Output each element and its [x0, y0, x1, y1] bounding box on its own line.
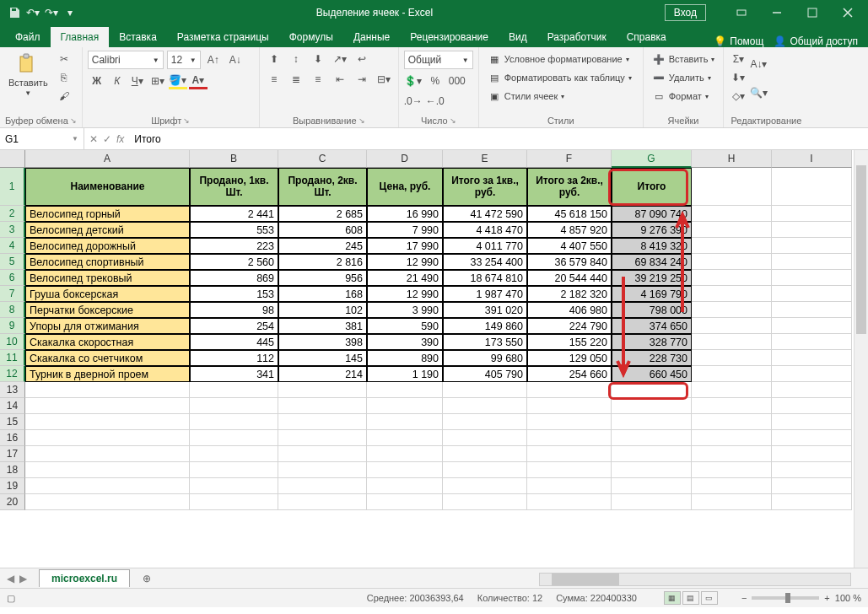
table-cell-data[interactable]: 890 — [367, 350, 443, 366]
number-format-select[interactable]: Общий▼ — [404, 51, 473, 69]
align-right-icon[interactable]: ≡ — [309, 71, 327, 88]
sheet-nav-next-icon[interactable]: ▶ — [19, 573, 27, 584]
table-cell-data[interactable]: 45 618 150 — [527, 206, 612, 222]
copy-icon[interactable]: ⎘ — [55, 69, 73, 86]
maximize-icon[interactable] — [795, 1, 829, 24]
tab-review[interactable]: Рецензирование — [400, 27, 499, 47]
comma-icon[interactable]: 000 — [448, 73, 466, 89]
table-header-cell[interactable]: Наименование — [25, 168, 190, 206]
table-cell-name[interactable]: Перчатки боксерские — [25, 302, 190, 318]
table-cell-data[interactable]: 112 — [190, 350, 278, 366]
table-cell-data[interactable]: 223 — [190, 238, 278, 254]
paste-button[interactable]: Вставить ▼ — [5, 51, 51, 99]
table-cell-data[interactable]: 341 — [190, 366, 278, 382]
increase-font-icon[interactable]: A↑ — [204, 51, 223, 68]
orientation-icon[interactable]: ↗▾ — [331, 51, 349, 67]
table-header-cell[interactable]: Цена, руб. — [367, 168, 443, 206]
wrap-text-icon[interactable]: ↩ — [353, 51, 371, 67]
row-header[interactable]: 13 — [0, 382, 25, 398]
font-size-select[interactable]: 12▼ — [167, 51, 201, 69]
align-middle-icon[interactable]: ↕ — [287, 51, 305, 67]
align-center-icon[interactable]: ≣ — [287, 71, 305, 88]
table-cell-data[interactable]: 16 990 — [367, 206, 443, 222]
table-cell-data[interactable]: 869 — [190, 270, 278, 286]
row-header[interactable]: 9 — [0, 318, 25, 334]
spreadsheet-grid[interactable]: ABCDEFGHI1НаименованиеПродано, 1кв. Шт.П… — [0, 150, 868, 568]
table-cell-data[interactable]: 4 857 920 — [527, 222, 612, 238]
fx-icon[interactable]: fx — [116, 133, 124, 145]
table-cell-data[interactable]: 2 685 — [278, 206, 367, 222]
table-cell-data[interactable]: 9 276 390 — [612, 222, 692, 238]
row-header[interactable]: 19 — [0, 478, 25, 494]
table-cell-data[interactable]: 254 — [190, 318, 278, 334]
formula-input[interactable]: Итого — [129, 133, 868, 145]
table-cell-data[interactable]: 87 090 740 — [612, 206, 692, 222]
normal-view-icon[interactable]: ▦ — [664, 591, 681, 605]
table-cell-data[interactable]: 18 674 810 — [443, 270, 527, 286]
row-header[interactable]: 2 — [0, 206, 25, 222]
font-name-select[interactable]: Calibri▼ — [88, 51, 164, 69]
table-cell-data[interactable]: 445 — [190, 334, 278, 350]
table-cell-data[interactable]: 8 419 320 — [612, 238, 692, 254]
ribbon-options-icon[interactable] — [725, 1, 758, 24]
table-cell-data[interactable]: 12 990 — [367, 286, 443, 302]
redo-icon[interactable]: ↷▾ — [44, 5, 59, 20]
row-header[interactable]: 15 — [0, 414, 25, 430]
table-cell-name[interactable]: Велосипед спортивный — [25, 254, 190, 270]
tell-me[interactable]: 💡Помощ — [714, 35, 763, 47]
font-color-icon[interactable]: А▾ — [189, 73, 208, 89]
cancel-formula-icon[interactable]: ✕ — [89, 133, 98, 145]
col-header[interactable]: B — [190, 150, 278, 168]
table-cell-data[interactable]: 1 190 — [367, 366, 443, 382]
col-header[interactable]: C — [278, 150, 367, 168]
table-cell-data[interactable]: 12 990 — [367, 254, 443, 270]
table-cell-data[interactable]: 173 550 — [443, 334, 527, 350]
table-cell-data[interactable]: 20 544 440 — [527, 270, 612, 286]
row-header[interactable]: 12 — [0, 366, 25, 382]
table-cell-data[interactable]: 245 — [278, 238, 367, 254]
table-cell-data[interactable]: 390 — [367, 334, 443, 350]
format-painter-icon[interactable]: 🖌 — [55, 88, 73, 105]
row-header[interactable]: 1 — [0, 168, 25, 206]
dec-decimal-icon[interactable]: ←.0 — [426, 93, 445, 110]
zoom-level[interactable]: 100 % — [835, 593, 861, 603]
col-header[interactable]: E — [443, 150, 527, 168]
zoom-slider[interactable] — [752, 596, 819, 600]
table-header-cell[interactable]: Итого — [612, 168, 692, 206]
tab-layout[interactable]: Разметка страницы — [167, 27, 279, 47]
page-layout-view-icon[interactable]: ▤ — [682, 591, 699, 605]
tab-insert[interactable]: Вставка — [109, 27, 167, 47]
clear-icon[interactable]: ◇▾ — [729, 88, 747, 105]
close-icon[interactable] — [831, 1, 865, 24]
table-cell-name[interactable]: Велосипед трековый — [25, 270, 190, 286]
dialog-launcher-icon[interactable]: ↘ — [183, 116, 190, 125]
row-header[interactable]: 11 — [0, 350, 25, 366]
tab-formulas[interactable]: Формулы — [279, 27, 343, 47]
row-header[interactable]: 3 — [0, 222, 25, 238]
row-header[interactable]: 10 — [0, 334, 25, 350]
table-cell-data[interactable]: 21 490 — [367, 270, 443, 286]
row-header[interactable]: 17 — [0, 446, 25, 462]
table-header-cell[interactable]: Итого за 2кв., руб. — [527, 168, 612, 206]
table-cell-name[interactable]: Груша боксерская — [25, 286, 190, 302]
conditional-formatting-button[interactable]: ▦Условное форматирование▾ — [484, 51, 638, 67]
autosum-icon[interactable]: Σ▾ — [729, 51, 747, 67]
table-cell-data[interactable]: 102 — [278, 302, 367, 318]
table-cell-data[interactable]: 153 — [190, 286, 278, 302]
table-cell-data[interactable]: 7 990 — [367, 222, 443, 238]
sort-filter-icon[interactable]: A↓▾ — [749, 51, 768, 78]
page-break-view-icon[interactable]: ▭ — [701, 591, 718, 605]
table-cell-data[interactable]: 798 000 — [612, 302, 692, 318]
table-cell-data[interactable]: 155 220 — [527, 334, 612, 350]
table-cell-data[interactable]: 254 660 — [527, 366, 612, 382]
decrease-font-icon[interactable]: A↓ — [226, 51, 245, 68]
dialog-launcher-icon[interactable]: ↘ — [359, 116, 365, 125]
signin-button[interactable]: Вход — [665, 4, 706, 21]
table-header-cell[interactable]: Продано, 2кв. Шт. — [278, 168, 367, 206]
undo-icon[interactable]: ↶▾ — [25, 5, 40, 20]
enter-formula-icon[interactable]: ✓ — [103, 133, 111, 145]
table-cell-data[interactable]: 328 770 — [612, 334, 692, 350]
sheet-nav-prev-icon[interactable]: ◀ — [7, 573, 14, 584]
tab-help[interactable]: Справка — [617, 27, 677, 47]
table-cell-data[interactable]: 168 — [278, 286, 367, 302]
